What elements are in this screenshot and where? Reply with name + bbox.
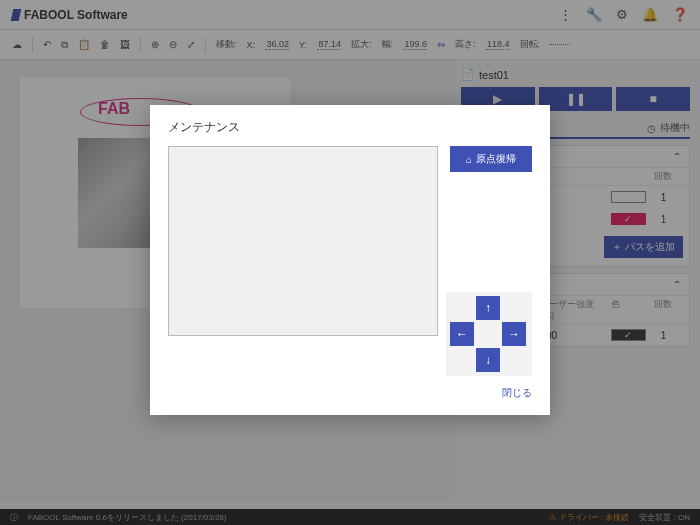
jog-down-button[interactable]: ↓ xyxy=(476,348,500,372)
home-button[interactable]: ⌂ 原点復帰 xyxy=(450,146,532,172)
jog-right-button[interactable]: → xyxy=(502,322,526,346)
close-button[interactable]: 閉じる xyxy=(502,387,532,398)
maintenance-dialog: メンテナンス ⌂ 原点復帰 ↑ ←→ ↓ 閉じる xyxy=(150,105,550,415)
dialog-title: メンテナンス xyxy=(168,119,532,136)
jog-up-button[interactable]: ↑ xyxy=(476,296,500,320)
home-icon: ⌂ xyxy=(466,154,472,165)
jog-left-button[interactable]: ← xyxy=(450,322,474,346)
jog-dpad: ↑ ←→ ↓ xyxy=(446,292,532,376)
modal-overlay: メンテナンス ⌂ 原点復帰 ↑ ←→ ↓ 閉じる xyxy=(0,0,700,525)
maintenance-canvas[interactable] xyxy=(168,146,438,336)
